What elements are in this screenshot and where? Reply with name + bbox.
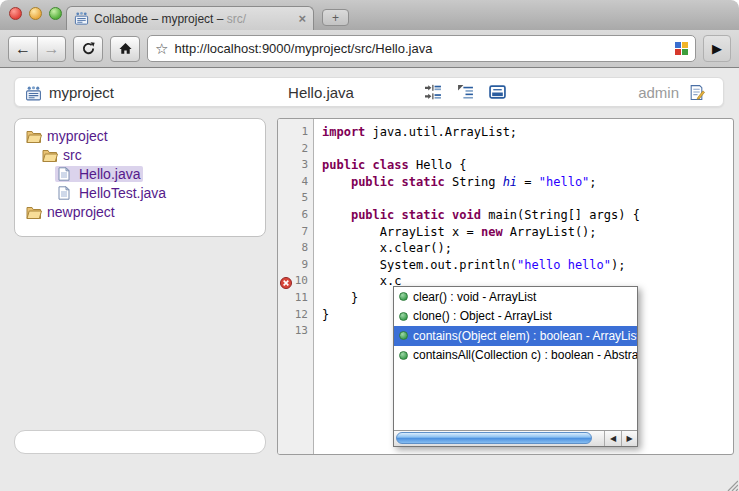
bookmark-star-icon[interactable]: ☆ — [155, 41, 168, 56]
close-tab-icon[interactable]: × — [298, 12, 306, 25]
tree-item-label[interactable]: HelloTest.java — [79, 185, 166, 201]
code-line[interactable] — [322, 190, 733, 207]
folder-open-icon — [26, 129, 42, 143]
line-number: 2 — [278, 141, 313, 158]
reload-icon — [81, 41, 96, 56]
close-window-button[interactable] — [9, 7, 22, 20]
code-line[interactable]: public static String hi = "hello"; — [322, 174, 733, 191]
public-method-icon — [399, 331, 408, 340]
code-line[interactable]: x.clear(); — [322, 240, 733, 257]
tree-item[interactable]: HelloTest.java — [21, 183, 259, 202]
format-code-button[interactable] — [425, 84, 442, 101]
autocomplete-label: clear() : void - ArrayList — [413, 290, 536, 304]
public-method-icon — [399, 312, 408, 321]
autocomplete-label: containsAll(Collection c) : boolean - Ab… — [413, 348, 637, 362]
folder-open-icon — [42, 148, 58, 162]
collabode-logo-icon — [25, 85, 42, 102]
line-number: 4 — [278, 174, 313, 191]
line-number: 9 — [278, 257, 313, 274]
line-number: 6 — [278, 207, 313, 224]
collabode-page: myproject Hello.java — [0, 68, 739, 491]
code-line[interactable]: System.out.println("hello hello"); — [322, 257, 733, 274]
tree-item[interactable]: newproject — [21, 202, 259, 221]
favicon — [74, 11, 89, 26]
popup-hscrollbar[interactable]: ◀ ▶ — [394, 430, 637, 446]
scrollbar-track[interactable] — [394, 431, 605, 446]
indent-button[interactable] — [457, 84, 474, 101]
java-file-icon — [58, 186, 74, 200]
minimize-window-button[interactable] — [29, 7, 42, 20]
open-file-title: Hello.java — [255, 84, 387, 101]
back-button[interactable]: ← — [9, 37, 37, 61]
user-name[interactable]: admin — [638, 84, 679, 101]
error-icon[interactable] — [280, 275, 292, 287]
browser-tab[interactable]: Collabode – myproject – src/ × — [66, 6, 314, 30]
project-name[interactable]: myproject — [49, 84, 114, 101]
code-line[interactable]: public static void main(String[] args) { — [322, 207, 733, 224]
home-icon — [118, 41, 133, 56]
folder-open-icon — [26, 205, 42, 219]
public-method-icon — [399, 351, 408, 360]
code-line[interactable]: public class Hello { — [322, 157, 733, 174]
page-action-button[interactable]: ▶ — [703, 35, 731, 62]
scroll-left-button[interactable]: ◀ — [605, 431, 621, 446]
line-number: 1 — [278, 124, 313, 141]
code-line[interactable] — [322, 141, 733, 158]
line-number: 7 — [278, 224, 313, 241]
app-toolbar: myproject Hello.java — [14, 77, 724, 107]
browser-toolbar: ← → ☆ http://localhost:9000/myproject/sr… — [0, 30, 739, 68]
chat-input-box[interactable] — [14, 430, 266, 454]
autocomplete-popup: clear() : void - ArrayListclone() : Obje… — [393, 286, 638, 447]
console-button[interactable] — [489, 84, 506, 101]
autocomplete-item[interactable]: clear() : void - ArrayList — [394, 287, 637, 307]
autocomplete-label: clone() : Object - ArrayList — [413, 309, 552, 323]
tree-item-label[interactable]: Hello.java — [79, 166, 140, 182]
line-number: 8 — [278, 240, 313, 257]
window-controls — [9, 7, 62, 20]
code-editor[interactable]: 12345678910111213 import java.util.Array… — [277, 118, 734, 455]
autocomplete-list: clear() : void - ArrayListclone() : Obje… — [394, 287, 637, 365]
home-button[interactable] — [110, 36, 140, 62]
tree-item[interactable]: Hello.java — [21, 164, 259, 183]
line-number: 13 — [278, 323, 313, 340]
public-method-icon — [399, 292, 408, 301]
code-line[interactable]: ArrayList x = new ArrayList(); — [322, 224, 733, 241]
address-bar[interactable]: ☆ http://localhost:9000/myproject/src/He… — [147, 35, 696, 62]
url-text[interactable]: http://localhost:9000/myproject/src/Hell… — [174, 41, 669, 56]
resize-grip[interactable] — [725, 477, 738, 490]
line-number: 5 — [278, 190, 313, 207]
autocomplete-item[interactable]: clone() : Object - ArrayList — [394, 307, 637, 327]
file-tree: myprojectsrcHello.javaHelloTest.javanewp… — [14, 118, 266, 237]
user-profile-icon[interactable] — [688, 84, 705, 101]
tab-title: Collabode – myproject – src/ — [94, 12, 293, 26]
code-line[interactable]: import java.util.ArrayList; — [322, 124, 733, 141]
scrollbar-thumb[interactable] — [396, 432, 592, 444]
line-number: 3 — [278, 157, 313, 174]
tree-item[interactable]: myproject — [21, 126, 259, 145]
tree-item-label[interactable]: src — [63, 147, 82, 163]
scroll-right-button[interactable]: ▶ — [621, 431, 637, 446]
tree-item[interactable]: src — [21, 145, 259, 164]
forward-button[interactable]: → — [37, 37, 65, 61]
reload-button[interactable] — [73, 36, 103, 62]
line-number: 12 — [278, 307, 313, 324]
titlebar: Collabode – myproject – src/ × + — [0, 0, 739, 30]
tree-item-label[interactable]: newproject — [47, 204, 115, 220]
nav-buttons: ← → — [8, 36, 66, 62]
line-number: 11 — [278, 290, 313, 307]
new-tab-button[interactable]: + — [322, 9, 349, 26]
autocomplete-item[interactable]: contains(Object elem) : boolean - ArrayL… — [394, 326, 637, 346]
browser-window: Collabode – myproject – src/ × + ← → ☆ h… — [0, 0, 739, 491]
java-file-icon — [58, 167, 74, 181]
tree-item-label[interactable]: myproject — [47, 128, 108, 144]
zoom-window-button[interactable] — [49, 7, 62, 20]
editor-actions — [425, 78, 506, 106]
autocomplete-label: contains(Object elem) : boolean - ArrayL… — [413, 329, 637, 343]
autocomplete-item[interactable]: containsAll(Collection c) : boolean - Ab… — [394, 346, 637, 366]
apps-grid-icon[interactable] — [675, 42, 688, 55]
